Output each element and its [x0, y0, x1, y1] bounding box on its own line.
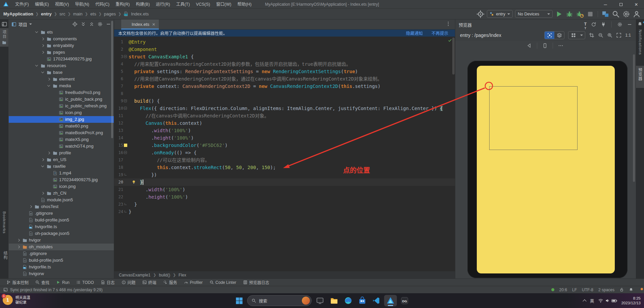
status-bell-icon[interactable] — [629, 288, 633, 292]
tree-item[interactable]: img_2.jpg — [9, 116, 114, 123]
tree-item[interactable]: hvigor — [9, 237, 114, 244]
profile-button[interactable] — [576, 10, 584, 18]
hide-notification-link[interactable]: 隐藏通知 — [406, 30, 423, 36]
toolwindow-button-profiler[interactable]: Profiler — [181, 279, 206, 286]
fold-end-icon[interactable] — [125, 173, 127, 175]
crop-frame-icon[interactable] — [589, 33, 594, 38]
zoom-ratio-label[interactable]: 1:1 — [625, 33, 631, 38]
editor-breadcrumb-item[interactable]: build() — [159, 273, 170, 277]
menu-item[interactable]: 构建(B) — [133, 0, 153, 9]
zoom-in-icon[interactable] — [607, 33, 612, 38]
menu-item[interactable]: 导航(N) — [72, 0, 92, 9]
widgets-button[interactable]: 1 1 明天高温 破纪录 — [3, 295, 30, 305]
profile-account-icon[interactable] — [633, 10, 641, 18]
sidebar-tab-notifications[interactable]: Notifications — [638, 30, 642, 56]
file-encoding[interactable]: UTF-8 — [582, 288, 593, 292]
project-panel-title[interactable]: 项目 — [18, 21, 27, 28]
taskbar-app-edge[interactable] — [342, 295, 355, 306]
tree-chevron-icon[interactable] — [29, 205, 32, 208]
inspect-layers-icon[interactable] — [554, 32, 564, 39]
tree-chevron-icon[interactable] — [41, 38, 44, 40]
locate-icon[interactable] — [476, 10, 485, 18]
chevron-down-icon[interactable] — [29, 23, 32, 25]
tree-item[interactable]: TShvigorfile.ts — [9, 223, 114, 230]
breadcrumb-item[interactable]: entry — [41, 11, 52, 16]
plugin-icon[interactable] — [601, 22, 606, 27]
tree-item[interactable]: TShvigorfile.ts — [9, 264, 114, 270]
indent-size[interactable]: 2 spaces — [598, 288, 614, 292]
clock[interactable]: 8:25 2023/12/13 — [621, 296, 641, 305]
tree-chevron-icon[interactable] — [35, 30, 38, 33]
tree-item[interactable]: ic_public_refresh.png — [9, 103, 114, 109]
more-options-icon[interactable] — [558, 43, 563, 48]
tree-item[interactable]: en_US — [9, 156, 114, 163]
tree-item[interactable]: icon.png — [9, 109, 114, 116]
taskbar-app-dg-app[interactable]: DG — [398, 295, 411, 306]
tree-item[interactable]: components — [9, 36, 114, 42]
stop-button[interactable] — [586, 10, 594, 18]
tree-chevron-icon[interactable] — [47, 84, 50, 87]
module-select[interactable]: entry — [487, 10, 513, 18]
editor-scrollbar[interactable] — [452, 38, 455, 74]
fold-collapse-icon[interactable]: – — [124, 151, 127, 154]
menu-item[interactable]: 运行(R) — [153, 0, 173, 9]
tree-item[interactable]: zh_CN — [9, 190, 114, 197]
tree-chevron-icon[interactable] — [41, 192, 44, 195]
tree-chevron-icon[interactable] — [41, 164, 44, 167]
start-button[interactable] — [233, 295, 245, 306]
grid-dropdown-icon[interactable] — [578, 32, 585, 39]
tree-item[interactable]: build-profile.json5 — [9, 257, 114, 264]
tree-item[interactable]: ets — [9, 29, 114, 36]
taskbar-app-file-explorer[interactable] — [328, 295, 340, 306]
tree-item[interactable]: oh-package.json5 — [9, 230, 114, 237]
collapse-all-icon[interactable] — [89, 21, 94, 27]
breadcrumb-item[interactable]: pages — [104, 11, 116, 16]
menu-item[interactable]: 帮助(H) — [234, 0, 255, 9]
tree-item[interactable]: base — [9, 69, 114, 76]
preview-mode-icon[interactable] — [545, 32, 554, 39]
breadcrumb-item[interactable]: Index.ets — [131, 11, 149, 16]
unlock-icon[interactable] — [619, 288, 624, 292]
panel-settings-icon[interactable] — [97, 21, 103, 27]
tree-item[interactable]: hvigorw — [9, 270, 114, 277]
tree-item[interactable]: mateBookProX.png — [9, 130, 114, 136]
tree-item[interactable]: freeBudsPro3.png — [9, 89, 114, 96]
tree-chevron-icon[interactable] — [17, 239, 20, 242]
tab-index-ets[interactable]: Index.ets ✕ — [121, 19, 159, 30]
tree-chevron-icon[interactable] — [41, 158, 44, 161]
toolwindow-button--[interactable]: 版本控制 — [3, 279, 32, 286]
taskbar-app-deveco-studio[interactable] — [384, 295, 397, 306]
device-select[interactable]: No Devices — [515, 10, 553, 18]
color-swatch[interactable] — [124, 144, 127, 147]
tree-item[interactable]: module.json5 — [9, 197, 114, 203]
taskbar-app-store[interactable] — [356, 295, 369, 306]
tree-item[interactable]: ?1.mp4 — [9, 170, 114, 176]
tree-scrollbar[interactable] — [111, 21, 113, 138]
fold-collapse-icon[interactable]: – — [124, 99, 127, 102]
tree-item[interactable]: 1702344909275.jpg — [9, 176, 114, 183]
toolwindow-button--[interactable]: 查找 — [32, 279, 52, 286]
breadcrumb-item[interactable]: ets — [90, 11, 96, 16]
menu-item[interactable]: 工具(T) — [173, 0, 193, 9]
menu-item[interactable]: 窗口(W) — [213, 0, 234, 9]
close-tab-icon[interactable]: ✕ — [152, 22, 155, 27]
toolwindow-button--[interactable]: 问题 — [119, 279, 139, 286]
toolwindow-button--[interactable]: 日志 — [98, 279, 118, 286]
tree-chevron-icon[interactable] — [41, 51, 44, 54]
canvas-preview[interactable] — [477, 66, 615, 273]
caret-position[interactable]: 20:6 — [559, 288, 567, 292]
notifications-bell-icon[interactable] — [637, 21, 643, 27]
zoom-out-icon[interactable] — [598, 33, 603, 38]
taskbar-search[interactable]: 搜索 — [247, 295, 312, 306]
run-button[interactable] — [555, 10, 563, 18]
menu-item[interactable]: VCS(S) — [193, 0, 213, 9]
maximize-button[interactable] — [613, 0, 629, 9]
fold-end-icon[interactable] — [125, 203, 127, 205]
tree-chevron-icon[interactable] — [47, 152, 50, 154]
toolwindow-button-todo[interactable]: TODO — [73, 279, 97, 286]
search-everywhere-icon[interactable] — [612, 10, 620, 18]
tree-chevron-icon[interactable] — [41, 44, 44, 47]
tree-item[interactable]: .gitignore — [9, 210, 114, 217]
line-ending[interactable]: LF — [572, 288, 577, 292]
window-layout-icon[interactable] — [2, 21, 7, 27]
